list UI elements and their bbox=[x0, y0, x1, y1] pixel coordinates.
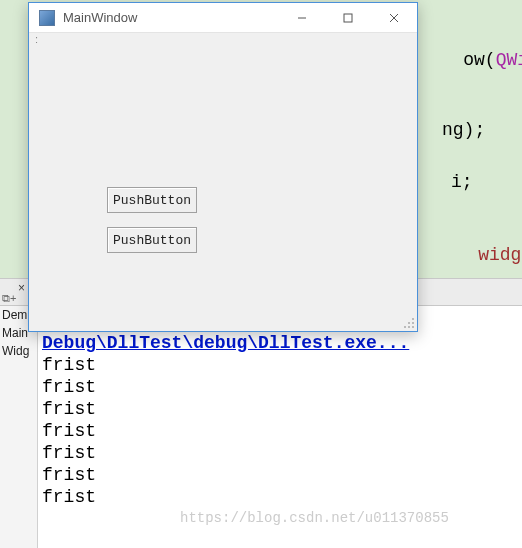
console-line: frist bbox=[42, 376, 516, 398]
sidebar: Dem Main Widg bbox=[0, 306, 38, 548]
svg-rect-1 bbox=[344, 14, 352, 22]
app-icon bbox=[39, 10, 55, 26]
svg-point-5 bbox=[408, 322, 410, 324]
console-line: frist bbox=[42, 354, 516, 376]
window-client-area: PushButton PushButton bbox=[29, 47, 417, 331]
console-line: frist bbox=[42, 464, 516, 486]
watermark: https://blog.csdn.net/u011370855 bbox=[180, 510, 449, 526]
console-line: frist bbox=[42, 486, 516, 508]
main-window: MainWindow : PushButton PushButton bbox=[28, 2, 418, 332]
svg-point-8 bbox=[408, 326, 410, 328]
console-line: frist bbox=[42, 420, 516, 442]
tab-close-icon[interactable]: × bbox=[18, 281, 25, 295]
svg-point-6 bbox=[412, 322, 414, 324]
close-button[interactable] bbox=[371, 3, 417, 33]
resize-grip-icon[interactable] bbox=[401, 315, 415, 329]
push-button-1[interactable]: PushButton bbox=[107, 187, 197, 213]
toolbar-icon[interactable]: ⧉+ bbox=[2, 292, 16, 305]
svg-point-4 bbox=[412, 318, 414, 320]
console-line: frist bbox=[42, 398, 516, 420]
sidebar-item[interactable]: Widg bbox=[0, 342, 37, 360]
code-line: i; bbox=[451, 172, 473, 192]
menubar: : bbox=[29, 33, 417, 47]
titlebar[interactable]: MainWindow bbox=[29, 3, 417, 33]
maximize-button[interactable] bbox=[325, 3, 371, 33]
minimize-button[interactable] bbox=[279, 3, 325, 33]
code-line: widget; bbox=[435, 225, 522, 285]
svg-point-7 bbox=[404, 326, 406, 328]
code-line: ng); bbox=[442, 120, 485, 140]
svg-point-9 bbox=[412, 326, 414, 328]
console-line: frist bbox=[42, 442, 516, 464]
push-button-2[interactable]: PushButton bbox=[107, 227, 197, 253]
window-title: MainWindow bbox=[63, 10, 279, 25]
code-line: ow(QWid bbox=[420, 30, 522, 90]
